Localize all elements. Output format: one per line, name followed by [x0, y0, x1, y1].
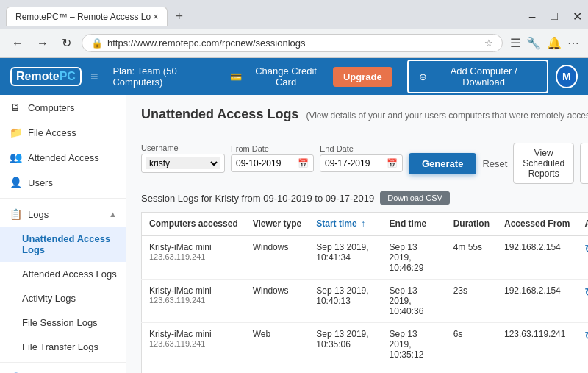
col-accessed-from: Accessed From [497, 213, 577, 236]
credit-card-icon: 💳 [230, 71, 242, 82]
logs-icon: 📋 [9, 208, 22, 220]
cell-activity-0[interactable]: ↻ [577, 235, 588, 280]
logo-area: RemotePC ≡ [10, 67, 98, 86]
sidebar-item-logs[interactable]: 📋 Logs ▲ [0, 202, 126, 227]
cell-end-3: Sep 12 2019, 15:22:49 [382, 366, 446, 374]
activity-refresh-icon-1[interactable]: ↻ [584, 286, 588, 299]
cell-activity-2[interactable]: ↻ [577, 323, 588, 366]
back-button[interactable]: ← [9, 34, 26, 53]
sidebar-item-activity-logs[interactable]: Activity Logs [0, 286, 126, 310]
cell-duration-2: 6s [446, 323, 497, 366]
end-date-input[interactable] [325, 158, 384, 168]
add-computer-label: Add Computer / Download [431, 65, 537, 88]
restore-icon[interactable]: □ [551, 10, 558, 24]
from-date-input-wrapper: 📅 [231, 154, 314, 172]
menu-icon[interactable]: ☰ [510, 36, 520, 50]
users-icon: 👤 [9, 177, 22, 188]
cell-accessed-from-2: 123.63.119.241 [497, 323, 577, 366]
credit-card-button[interactable]: 💳 Change Credit Card [230, 65, 326, 88]
cell-computer-3: Kristy-iMac mini 123.63.119.241 [142, 366, 245, 374]
sidebar-item-unattended-logs[interactable]: Unattended Access Logs [0, 227, 126, 262]
end-date-calendar-icon[interactable]: 📅 [387, 158, 398, 168]
end-date-input-wrapper: 📅 [320, 154, 403, 172]
table-row: Kristy-iMac mini 123.63.119.241 Windows … [142, 235, 589, 280]
activity-refresh-icon-2[interactable]: ↻ [584, 330, 588, 342]
url-display[interactable]: https://www.remotepc.com/rpcnew/sessionl… [107, 38, 480, 49]
add-computer-button[interactable]: ⊕ Add Computer / Download [407, 60, 548, 93]
col-computers: Computers accessed [142, 213, 245, 236]
cell-computer-0: Kristy-iMac mini 123.63.119.241 [142, 235, 245, 280]
table-row: Kristy-iMac mini 123.63.119.241 Web Sep … [142, 323, 589, 366]
sidebar-item-attended-logs[interactable]: Attended Access Logs [0, 262, 126, 286]
forward-button[interactable]: → [34, 34, 51, 53]
cell-viewer-0: Windows [245, 235, 309, 280]
from-date-calendar-icon[interactable]: 📅 [298, 158, 309, 168]
cell-viewer-1: Windows [245, 280, 309, 323]
col-start-time[interactable]: Start time ↑ [309, 213, 381, 236]
cell-activity-3[interactable]: ↻ [577, 366, 588, 374]
cell-viewer-2: Web [245, 323, 309, 366]
sidebar-item-attended-access[interactable]: 👥 Attended Access [0, 145, 126, 170]
username-select[interactable]: kristy kristy@myworld.com [146, 157, 220, 169]
download-csv-button[interactable]: Download CSV [380, 191, 450, 205]
username-input-wrapper: kristy kristy@myworld.com [141, 154, 225, 173]
sidebar-item-file-session-logs[interactable]: File Session Logs [0, 310, 126, 335]
from-date-input[interactable] [236, 158, 295, 168]
cell-activity-1[interactable]: ↻ [577, 280, 588, 323]
cell-start-0: Sep 13 2019, 10:41:34 [309, 235, 381, 280]
logs-expand-icon: ▲ [109, 210, 117, 219]
sidebar-label-logs: Logs [28, 209, 49, 220]
cell-duration-0: 4m 55s [446, 235, 497, 280]
sidebar-label-file-access: File Access [28, 127, 76, 138]
reset-button[interactable]: Reset [482, 158, 507, 169]
user-avatar[interactable]: M [556, 65, 578, 88]
sidebar-divider-1 [0, 198, 126, 199]
filter-bar: Username kristy kristy@myworld.com From … [141, 132, 588, 184]
col-activity: Activity [577, 213, 588, 236]
more-icon[interactable]: ⋯ [567, 36, 579, 50]
computer-ip-2: 123.63.119.241 [149, 339, 238, 348]
table-row: Kristy-iMac mini 123.63.119.241 Windows … [142, 280, 589, 323]
refresh-button[interactable]: ↻ [59, 33, 74, 53]
close-icon[interactable]: ✕ [573, 10, 582, 24]
from-date-label: From Date [231, 144, 314, 153]
sidebar-item-users[interactable]: 👤 Users [0, 170, 126, 195]
table-row: Kristy-iMac mini 123.63.119.241 Mac Sep … [142, 366, 589, 374]
cell-duration-1: 23s [446, 280, 497, 323]
new-tab-button[interactable]: + [168, 4, 190, 29]
file-access-icon: 📁 [9, 127, 22, 138]
sidebar-label-computers: Computers [28, 102, 75, 113]
sidebar-divider-2 [0, 362, 126, 363]
main-content: Unattended Access Logs (View details of … [126, 95, 588, 373]
activity-refresh-icon-0[interactable]: ↻ [584, 243, 588, 255]
generate-button[interactable]: Generate [409, 153, 476, 174]
cell-end-1: Sep 13 2019, 10:40:36 [382, 280, 446, 323]
sidebar-item-file-transfer-logs[interactable]: File Transfer Logs [0, 335, 126, 359]
sidebar-item-my-account[interactable]: 👤 My Account [0, 366, 126, 373]
sidebar-label-attended-logs: Attended Access Logs [22, 269, 117, 280]
page-subtitle: (View details of your and your users com… [306, 110, 588, 121]
computer-name-0: Kristy-iMac mini [149, 242, 238, 252]
minimize-icon[interactable]: ‒ [528, 10, 536, 24]
notifications-icon[interactable]: 🔔 [547, 36, 562, 50]
cell-computer-2: Kristy-iMac mini 123.63.119.241 [142, 323, 245, 366]
export-csv-button[interactable]: Export as CSV [580, 143, 588, 184]
sidebar-label-file-session-logs: File Session Logs [22, 317, 98, 328]
end-date-group: End Date 📅 [320, 144, 403, 172]
sidebar-item-file-access[interactable]: 📁 File Access [0, 120, 126, 145]
upgrade-button[interactable]: Upgrade [333, 67, 392, 87]
bookmark-icon[interactable]: ☆ [484, 38, 493, 49]
page-title: Unattended Access Logs [141, 107, 298, 122]
col-viewer-type: Viewer type [245, 213, 309, 236]
data-table: Computers accessed Viewer type Start tim… [141, 212, 588, 373]
computer-name-1: Kristy-iMac mini [149, 285, 238, 296]
view-scheduled-button[interactable]: View Scheduled Reports [513, 143, 574, 184]
sort-arrow-icon: ↑ [361, 219, 365, 229]
hamburger-menu[interactable]: ≡ [90, 69, 98, 85]
extensions-icon[interactable]: 🔧 [526, 36, 541, 50]
browser-tab[interactable]: RemotePC™ – Remote Access Lo × [6, 7, 168, 26]
username-group: Username kristy kristy@myworld.com [141, 143, 225, 173]
cell-start-1: Sep 13 2019, 10:40:13 [309, 280, 381, 323]
cell-start-3: Sep 12 2019, 15:21:43 [309, 366, 381, 374]
sidebar-item-computers[interactable]: 🖥 Computers [0, 95, 126, 120]
